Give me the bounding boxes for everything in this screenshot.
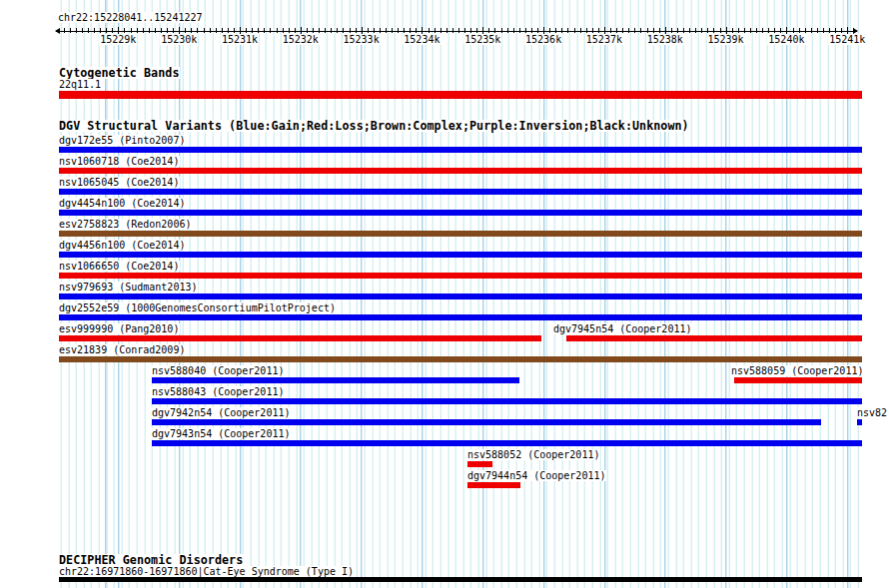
dgv-section-title: DGV Structural Variants (Blue:Gain;Red:L… — [58, 120, 690, 132]
variant-bar[interactable] — [59, 147, 862, 153]
variant-label[interactable]: nsv82 — [856, 407, 888, 418]
cytogenetic-section-title: Cytogenetic Bands — [58, 67, 180, 79]
cytogenetic-band-bar[interactable] — [59, 91, 862, 99]
variant-label[interactable]: dgv4456n100 (Coe2014) — [58, 240, 186, 251]
ruler-tick-label: 15232k — [282, 34, 320, 45]
ruler-minor-tick — [277, 28, 278, 33]
ruler-minor-tick — [155, 28, 156, 33]
ruler-tick-label: 15238k — [646, 34, 684, 45]
ruler-major-tick — [786, 27, 787, 34]
variant-label[interactable]: nsv1066650 (Coe2014) — [58, 261, 180, 272]
ruler-minor-tick — [750, 28, 751, 33]
variant-label[interactable]: nsv1065045 (Coe2014) — [58, 177, 180, 188]
variant-bar[interactable] — [59, 356, 862, 362]
variant-label[interactable]: esv999990 (Pang2010) — [58, 323, 180, 334]
variant-bar[interactable] — [467, 482, 520, 488]
ruler-minor-tick — [70, 28, 71, 33]
ruler-tick-label: 15233k — [343, 34, 381, 45]
ruler-minor-tick — [386, 28, 387, 33]
ruler-minor-tick — [216, 28, 217, 33]
variant-bar[interactable] — [152, 398, 862, 404]
ruler-tick-label: 15229k — [99, 34, 137, 45]
cytogenetic-band-label[interactable]: 22q11.1 — [58, 79, 102, 90]
variant-label[interactable]: nsv588059 (Cooper2011) — [730, 365, 864, 376]
ruler-minor-tick — [446, 28, 447, 33]
variant-bar[interactable] — [59, 294, 862, 299]
variant-label[interactable]: dgv7943n54 (Cooper2011) — [151, 428, 291, 439]
ruler-minor-tick — [695, 28, 696, 33]
genome-browser-panel: chr22:15228041..15241227 15229k15230k152… — [0, 0, 889, 588]
variant-bar[interactable] — [857, 419, 862, 425]
variant-bar[interactable] — [59, 252, 862, 258]
ruler-minor-tick — [823, 28, 824, 33]
ruler-minor-tick — [598, 28, 599, 33]
ruler-minor-tick — [173, 28, 174, 33]
ruler-minor-tick — [659, 28, 660, 33]
variant-label[interactable]: nsv588043 (Cooper2011) — [151, 386, 285, 397]
ruler-minor-tick — [337, 28, 338, 33]
variant-label[interactable]: dgv7945n54 (Cooper2011) — [552, 323, 692, 334]
ruler-minor-tick — [713, 28, 714, 33]
variant-label[interactable]: nsv588052 (Cooper2011) — [466, 449, 600, 460]
variant-label[interactable]: dgv4454n100 (Coe2014) — [58, 198, 186, 209]
variant-label[interactable]: dgv7944n54 (Cooper2011) — [466, 470, 606, 481]
variant-label[interactable]: nsv1060718 (Coe2014) — [58, 156, 180, 167]
ruler-minor-tick — [561, 28, 562, 33]
ruler-minor-tick — [112, 28, 113, 33]
variant-label[interactable]: nsv588040 (Cooper2011) — [151, 365, 285, 376]
decipher-entry-label[interactable]: chr22:16971860-16971860|Cat-Eye Syndrome… — [58, 566, 355, 577]
ruler-minor-tick — [374, 28, 375, 33]
variant-bar[interactable] — [59, 273, 862, 279]
ruler-minor-tick — [501, 28, 502, 33]
ruler-minor-tick — [513, 28, 514, 33]
variant-label[interactable]: dgv2552e59 (1000GenomesConsortiumPilotPr… — [58, 302, 337, 313]
variant-bar[interactable] — [734, 377, 862, 383]
ruler-minor-tick — [628, 28, 629, 33]
ruler-minor-tick — [738, 28, 739, 33]
ruler-minor-tick — [701, 28, 702, 33]
variant-bar[interactable] — [59, 189, 862, 195]
variant-bar[interactable] — [566, 335, 862, 341]
ruler-minor-tick — [210, 28, 211, 33]
ruler-minor-tick — [149, 28, 150, 33]
variant-label[interactable]: esv21839 (Conrad2009) — [58, 344, 186, 355]
ruler-minor-tick — [549, 28, 550, 33]
ruler-minor-tick — [793, 28, 794, 33]
variant-bar[interactable] — [59, 314, 862, 320]
variant-bar[interactable] — [467, 461, 492, 467]
variant-bar[interactable] — [152, 440, 862, 446]
variant-label[interactable]: dgv172e55 (Pinto2007) — [58, 135, 186, 146]
variant-bar[interactable] — [152, 377, 519, 383]
ruler-minor-tick — [689, 28, 690, 33]
ruler-major-tick — [482, 27, 483, 34]
ruler-major-tick — [543, 27, 544, 34]
variant-bar[interactable] — [59, 335, 541, 341]
ruler-minor-tick — [580, 28, 581, 33]
variant-label[interactable]: esv2758823 (Redon2006) — [58, 219, 192, 230]
variant-label[interactable]: nsv979693 (Sudmant2013) — [58, 282, 198, 293]
ruler-minor-tick — [805, 28, 806, 33]
ruler-tick-label: 15230k — [160, 34, 198, 45]
ruler-left-arrow-icon — [55, 28, 60, 34]
ruler-minor-tick — [325, 28, 326, 33]
ruler-minor-tick — [185, 28, 186, 33]
variant-bar[interactable] — [59, 210, 862, 216]
ruler-minor-tick — [143, 28, 144, 33]
variant-bar[interactable] — [59, 231, 862, 237]
ruler-minor-tick — [64, 28, 65, 33]
ruler-minor-tick — [167, 28, 168, 33]
ruler-major-tick — [665, 27, 666, 34]
variant-bar[interactable] — [59, 168, 862, 174]
ruler-minor-tick — [258, 28, 259, 33]
ruler-minor-tick — [616, 28, 617, 33]
ruler-minor-tick — [592, 28, 593, 33]
ruler-minor-tick — [677, 28, 678, 33]
ruler-minor-tick — [622, 28, 623, 33]
ruler-minor-tick — [124, 28, 125, 33]
ruler-minor-tick — [319, 28, 320, 33]
ruler-minor-tick — [507, 28, 508, 33]
variant-bar[interactable] — [152, 419, 821, 425]
decipher-entry-bar[interactable] — [59, 577, 862, 582]
variant-label[interactable]: dgv7942n54 (Cooper2011) — [151, 407, 291, 418]
ruler-minor-tick — [289, 28, 290, 33]
